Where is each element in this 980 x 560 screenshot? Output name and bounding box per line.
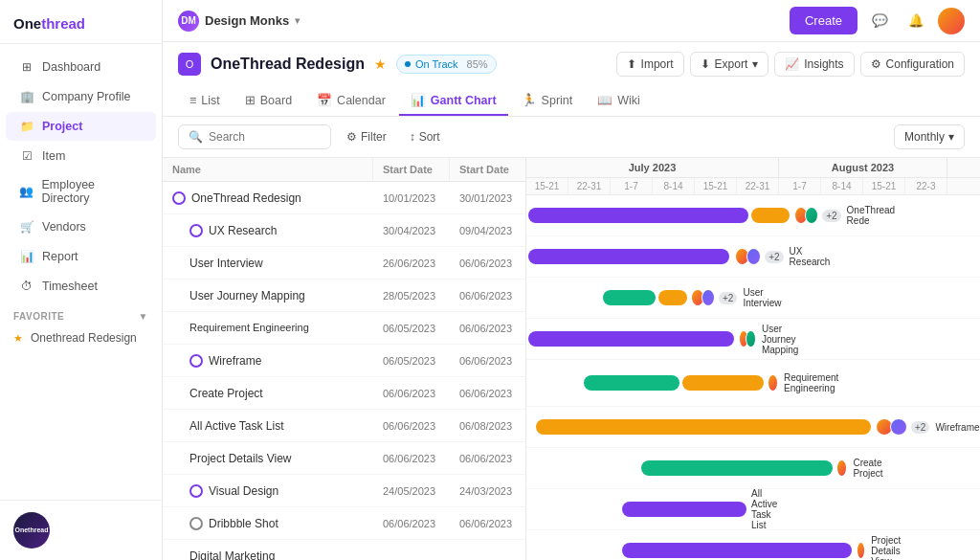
task-start-3: 26/06/2023 [373,253,450,274]
task-circle [172,191,186,205]
task-start-2: 30/04/2023 [373,220,450,241]
task-start-5: 06/05/2023 [373,318,450,339]
gantt-left-panel: Name Start Date Start Date OneThread Red… [163,158,526,560]
search-input[interactable] [209,130,321,144]
task-row-12[interactable]: Digital Marketing [163,540,525,560]
sidebar-item-timesheet[interactable]: ⏱ Timesheet [6,272,156,301]
sidebar-item-vendors[interactable]: 🛒 Vendors [6,213,156,241]
task-row-9[interactable]: Project Details View 06/06/2023 06/06/20… [163,442,525,475]
import-button[interactable]: ⬆ Import [616,52,684,77]
task-name-8: All Active Task List [163,414,373,437]
tab-board[interactable]: ⊞ Board [234,86,303,116]
project-icon: 📁 [19,119,34,134]
sidebar-nav: ⊞ Dashboard 🏢 Company Profile 📁 Project … [0,44,162,500]
gantt-timeline: July 2023 August 2023 15-21 22-31 1-7 8-… [526,158,980,560]
company-icon: 🏢 [19,89,34,104]
task-circle [189,354,203,368]
workspace-badge[interactable]: DM Design Monks ▾ [178,11,300,32]
task-end-8: 06/08/2023 [450,415,526,437]
task-circle [189,484,203,498]
task-row-3[interactable]: User Interview 26/06/2023 06/06/2023 [163,247,525,280]
bell-icon: 🔔 [908,13,924,28]
tab-wiki[interactable]: 📖 Wiki [586,86,652,116]
task-end-10: 24/03/2023 [450,481,526,502]
col-header-start: Start Date [373,158,450,181]
sort-icon: ↕ [410,130,415,144]
status-dot [405,61,411,67]
task-end-4: 06/06/2023 [450,285,526,306]
month-row: July 2023 August 2023 [526,158,980,178]
week-3: 1-7 [611,178,653,194]
user-avatar[interactable] [938,8,965,34]
task-start-1: 10/01/2023 [373,188,450,209]
list-icon: ≡ [189,94,196,107]
sidebar-item-employee[interactable]: 👥 Employee Directory [6,171,156,212]
project-star-icon[interactable]: ★ [374,56,387,72]
export-button[interactable]: ⬇ Export ▾ [690,52,769,77]
workspace-name: Design Monks [205,13,289,28]
task-start-4: 28/05/2023 [373,285,450,306]
import-icon: ⬆ [627,57,636,71]
week-row: 15-21 22-31 1-7 8-14 15-21 22-31 1-7 8-1… [526,178,980,194]
week-4: 8-14 [653,178,695,194]
gantt-col-headers: Name Start Date Start Date [163,158,525,182]
bar-label-5: Requirement Engineering [784,372,845,393]
task-row-4[interactable]: User Journey Mapping 28/05/2023 06/06/20… [163,280,525,312]
gear-icon: ⚙ [871,57,881,71]
bar-label-8: All Active Task List [751,488,777,530]
task-start-12 [373,551,450,561]
create-button[interactable]: Create [790,7,858,34]
task-end-11: 06/06/2023 [450,513,526,534]
task-row-8[interactable]: All Active Task List 06/06/2023 06/08/20… [163,410,525,442]
board-icon: ⊞ [245,93,256,107]
task-row-7[interactable]: Create Project 06/06/2023 06/06/2023 [163,377,525,410]
task-row-6[interactable]: Wireframe 06/05/2023 06/06/2023 [163,345,525,377]
bell-icon-button[interactable]: 🔔 [902,7,930,35]
insights-button[interactable]: 📈 Insights [774,52,854,77]
configuration-button[interactable]: ⚙ Configuration [860,52,965,77]
sidebar-item-label: Company Profile [42,90,130,103]
sidebar-item-project[interactable]: 📁 Project [6,112,156,141]
task-start-7: 06/06/2023 [373,383,450,404]
bar-label-4: User Journey Mapping [762,324,813,355]
task-circle [189,224,203,237]
report-icon: 📊 [19,249,34,264]
timeline-row-2: +2 UX Research [526,236,980,278]
task-row-1[interactable]: OneThread Redesign 10/01/2023 30/01/2023 [163,182,525,214]
tab-sprint[interactable]: 🏃 Sprint [510,86,585,116]
task-row-11[interactable]: Dribbble Shot 06/06/2023 06/06/2023 [163,507,525,540]
week-7: 1-7 [779,178,821,194]
task-end-9: 06/06/2023 [450,448,526,469]
sidebar-item-report[interactable]: 📊 Report [6,242,156,271]
sprint-icon: 🏃 [522,93,537,107]
task-row-5[interactable]: Requirement Engineering 06/05/2023 06/06… [163,312,525,345]
task-name-6: Wireframe [180,349,373,372]
monthly-view-button[interactable]: Monthly ▾ [894,124,965,149]
task-row-2[interactable]: UX Research 30/04/2023 09/04/2023 [163,214,525,247]
sidebar-item-company[interactable]: 🏢 Company Profile [6,82,156,111]
week-8: 8-14 [821,178,863,194]
progress-percent: 85% [467,58,488,70]
bar-label-6: Wireframe [935,422,979,433]
tab-calendar[interactable]: 📅 Calendar [305,86,397,116]
workspace-chevron-icon: ▾ [295,15,300,26]
sidebar-item-label: Dashboard [42,60,100,74]
sidebar-item-item[interactable]: ☑ Item [6,142,156,170]
search-box[interactable]: 🔍 [178,124,331,149]
sort-button[interactable]: ↕ Sort [402,126,448,147]
sidebar-item-dashboard[interactable]: ⊞ Dashboard [6,53,156,81]
bar-label-3: User Interview [743,287,789,308]
favorite-item-onethread[interactable]: ★ Onethread Redesign [0,325,162,350]
task-row-10[interactable]: Visual Design 24/05/2023 24/03/2023 [163,475,525,507]
gantt-icon: 📊 [411,93,426,107]
timeline-rows: +2 OneThread Rede +2 UX Research [526,195,980,560]
task-name-7: Create Project [163,382,373,405]
chat-icon-button[interactable]: 💬 [865,7,894,35]
employee-icon: 👥 [19,184,33,199]
tab-list[interactable]: ≡ List [178,86,232,116]
gantt-toolbar: 🔍 ⚙ Filter ↕ Sort Monthly ▾ [163,117,980,158]
timeline-row-7: Create Project [526,448,980,489]
filter-button[interactable]: ⚙ Filter [339,126,394,147]
tab-gantt[interactable]: 📊 Gantt Chart [399,86,508,116]
week-9: 15-21 [863,178,905,194]
